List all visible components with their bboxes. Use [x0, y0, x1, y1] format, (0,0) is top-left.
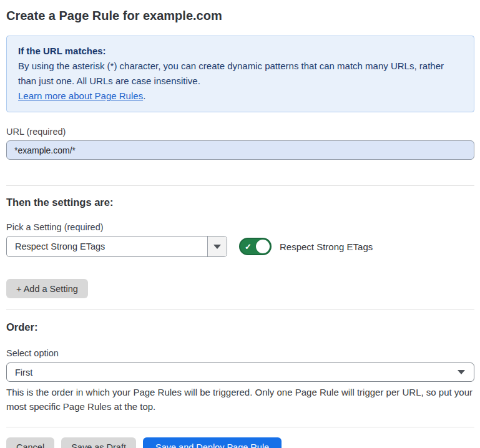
divider	[6, 185, 474, 186]
page-title: Create a Page Rule for example.com	[6, 7, 474, 24]
setting-toggle[interactable]: ✓	[239, 238, 272, 255]
info-box-link-line: Learn more about Page Rules.	[18, 89, 463, 104]
settings-section-heading: Then the settings are:	[6, 197, 474, 208]
save-draft-button[interactable]: Save as Draft	[61, 437, 136, 448]
setting-row: Respect Strong ETags ✓ Respect Strong ET…	[6, 236, 474, 257]
link-suffix: .	[143, 90, 145, 101]
toggle-knob	[256, 240, 270, 253]
setting-select-value: Respect Strong ETags	[7, 236, 207, 256]
learn-more-link[interactable]: Learn more about Page Rules	[18, 90, 143, 101]
pick-setting-label: Pick a Setting (required)	[6, 222, 474, 232]
url-match-info-box: If the URL matches: By using the asteris…	[6, 36, 474, 112]
form-actions: Cancel Save as Draft Save and Deploy Pag…	[6, 437, 474, 448]
order-section-heading: Order:	[6, 321, 474, 333]
order-select[interactable]: First	[6, 363, 474, 382]
add-setting-button[interactable]: + Add a Setting	[6, 279, 88, 298]
order-select-label: Select option	[6, 348, 474, 358]
page-rule-form: Create a Page Rule for example.com If th…	[0, 0, 480, 448]
info-box-heading: If the URL matches:	[18, 44, 463, 59]
setting-toggle-label: Respect Strong ETags	[280, 241, 373, 252]
url-input[interactable]	[6, 140, 474, 160]
chevron-down-icon	[213, 245, 221, 249]
order-select-value: First	[15, 368, 32, 377]
save-deploy-button[interactable]: Save and Deploy Page Rule	[143, 437, 282, 448]
info-box-body: By using the asterisk (*) character, you…	[18, 59, 463, 89]
order-help-text: This is the order in which your Page Rul…	[6, 385, 474, 414]
divider	[6, 427, 474, 427]
check-icon: ✓	[245, 243, 252, 251]
setting-select[interactable]: Respect Strong ETags	[6, 236, 227, 257]
url-field-label: URL (required)	[6, 127, 474, 137]
chevron-down-icon	[458, 370, 465, 374]
cancel-button[interactable]: Cancel	[6, 437, 54, 448]
setting-select-arrow-button[interactable]	[207, 236, 227, 256]
divider	[6, 309, 474, 310]
